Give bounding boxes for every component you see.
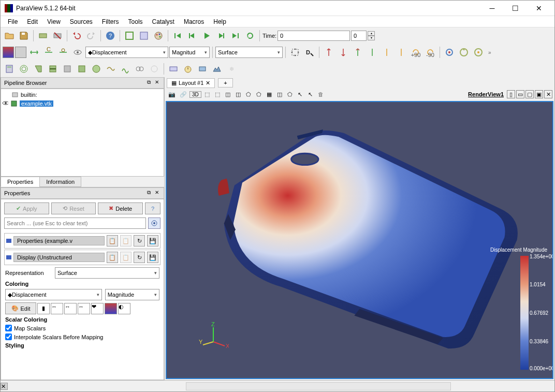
search-input[interactable]: [4, 217, 146, 229]
clip-icon[interactable]: [32, 62, 45, 76]
coloring-field-select[interactable]: ◆ Displacement: [5, 289, 102, 300]
section-label[interactable]: Properties (example.v: [13, 236, 105, 245]
extract-icon[interactable]: [75, 62, 89, 76]
select-points-icon[interactable]: ⬚: [202, 90, 212, 99]
menu-macros[interactable]: Macros: [180, 17, 208, 27]
connect-icon[interactable]: [36, 29, 50, 42]
interactive-cell-icon[interactable]: ◫: [275, 90, 284, 99]
pipeline-close-icon[interactable]: ✕: [153, 79, 160, 86]
axis-neg-z-icon[interactable]: [380, 46, 393, 59]
last-frame-icon[interactable]: [229, 29, 242, 42]
select-polygon2-icon[interactable]: ⬠: [254, 90, 264, 99]
axis-pos-y-icon[interactable]: [366, 46, 379, 59]
axis-pos-x-icon[interactable]: [337, 46, 350, 59]
collapse-icon[interactable]: [6, 255, 11, 259]
maximize-button[interactable]: ☐: [504, 1, 527, 16]
group-icon[interactable]: [133, 62, 147, 76]
paste-icon[interactable]: 📋: [120, 252, 132, 263]
clear-selection-icon[interactable]: 🗑: [316, 90, 326, 99]
apply-button[interactable]: ✔Apply: [4, 202, 49, 214]
edit-colormap-icon[interactable]: [167, 62, 180, 76]
prev-frame-icon[interactable]: [185, 29, 199, 42]
rescale-range-icon[interactable]: [27, 46, 41, 59]
select-cells-icon[interactable]: ⬚: [213, 90, 222, 99]
layout-tab[interactable]: ▦ Layout #1 ✕: [167, 78, 215, 88]
calculator-icon[interactable]: [3, 62, 16, 76]
split-v-icon[interactable]: ▭: [516, 90, 524, 98]
redo-icon[interactable]: [84, 29, 98, 42]
rotate-neg90-icon[interactable]: -90: [423, 46, 437, 59]
copy-icon[interactable]: 📋: [107, 252, 118, 263]
save-icon[interactable]: [17, 29, 31, 42]
time-input[interactable]: [278, 31, 350, 41]
save-state-icon[interactable]: 💾: [147, 235, 158, 246]
color-solid-icon[interactable]: [15, 47, 26, 58]
restore-view-icon[interactable]: ▣: [535, 90, 543, 98]
first-frame-icon[interactable]: [171, 29, 184, 42]
save-state-icon[interactable]: 💾: [147, 252, 158, 263]
properties-float-icon[interactable]: ⧉: [145, 190, 152, 197]
tree-row-builtin[interactable]: builtin:: [2, 90, 163, 99]
disconnect-icon[interactable]: [51, 29, 64, 42]
tree-row-example[interactable]: example.vtk: [2, 99, 163, 108]
scalar-component-combo[interactable]: Magnitud: [169, 47, 210, 58]
time-spinner[interactable]: ▴▾: [368, 31, 375, 40]
rescale-temporal-icon[interactable]: [56, 46, 70, 59]
reset-button[interactable]: ⟲Reset: [51, 202, 96, 214]
maximize-view-icon[interactable]: ▢: [525, 90, 534, 98]
reload-icon[interactable]: ↻: [134, 252, 145, 263]
axis-pos-z-icon[interactable]: [395, 46, 408, 59]
zoom-to-data-icon[interactable]: D: [303, 46, 316, 59]
render-gear-icon[interactable]: [472, 46, 485, 59]
reload-icon[interactable]: ↻: [134, 235, 145, 246]
properties-close-icon[interactable]: ✕: [153, 190, 160, 197]
select-polygon-icon[interactable]: ⬠: [244, 90, 253, 99]
select-frustum2-icon[interactable]: ◫: [233, 90, 243, 99]
rescale-icon[interactable]: ↔: [51, 303, 63, 314]
menu-tools[interactable]: Tools: [124, 17, 147, 27]
interpolate-checkbox[interactable]: [5, 333, 12, 340]
toolbar-expand-icon[interactable]: »: [488, 50, 491, 55]
threshold-icon[interactable]: [61, 62, 74, 76]
find-icon[interactable]: [137, 29, 151, 42]
select-block-icon[interactable]: ▦: [265, 90, 274, 99]
link-icon[interactable]: 🔗: [178, 90, 188, 99]
axis-neg-y-icon[interactable]: [351, 46, 364, 59]
menu-catalyst[interactable]: Catalyst: [148, 17, 179, 27]
rescale-visible-icon[interactable]: [71, 46, 84, 59]
edit-colormap-button[interactable]: 🎨Edit: [5, 302, 36, 314]
pipeline-tree[interactable]: builtin: example.vtk: [1, 89, 164, 177]
menu-view[interactable]: View: [43, 17, 65, 27]
rotate-90-icon[interactable]: +90: [409, 46, 422, 59]
pipeline-float-icon[interactable]: ⧉: [145, 79, 152, 86]
render-view[interactable]: X Y Z Displacement Magnitude 1.354e+00 1…: [166, 101, 553, 379]
close-button[interactable]: ✕: [527, 1, 550, 16]
copy-icon[interactable]: 📋: [107, 235, 118, 246]
visibility-icon[interactable]: [2, 100, 8, 107]
colormap-preview-icon[interactable]: [105, 303, 117, 314]
extract-level-icon[interactable]: [148, 62, 161, 76]
open-icon[interactable]: [3, 29, 16, 42]
menu-help[interactable]: Help: [209, 17, 230, 27]
separate-colormap-icon[interactable]: ◐: [118, 303, 130, 314]
menu-sources[interactable]: Sources: [66, 17, 97, 27]
reset-camera-icon[interactable]: [288, 46, 302, 59]
warp-icon[interactable]: [119, 62, 132, 76]
tab-information[interactable]: Information: [39, 177, 81, 187]
rescale-custom-icon[interactable]: C: [42, 46, 55, 59]
screenshot-icon[interactable]: 📷: [167, 90, 177, 99]
collapse-icon[interactable]: [6, 239, 11, 243]
hover-point-icon[interactable]: ↖: [306, 90, 315, 99]
palette-icon[interactable]: [152, 29, 165, 42]
slice-icon[interactable]: [46, 62, 60, 76]
next-frame-icon[interactable]: [214, 29, 228, 42]
autoapply-icon[interactable]: [123, 29, 136, 42]
section-label[interactable]: Display (Unstructured: [13, 253, 105, 262]
choose-preset-icon[interactable]: ❤: [91, 303, 104, 314]
3d-toggle[interactable]: 3D: [189, 91, 201, 98]
menu-file[interactable]: File: [4, 17, 22, 27]
hover-cell-icon[interactable]: ↖: [296, 90, 305, 99]
split-h-icon[interactable]: ▯: [507, 90, 515, 98]
help-icon[interactable]: ?: [104, 29, 117, 42]
memory-icon[interactable]: [196, 62, 209, 76]
